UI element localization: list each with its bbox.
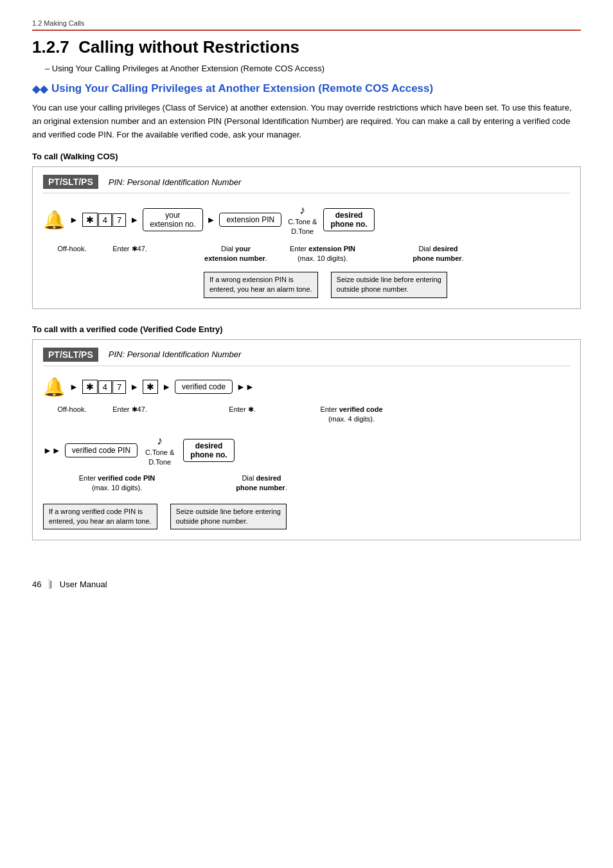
pin-label: PIN: Personal Identification Number — [109, 177, 242, 187]
footer-separator: | — [49, 579, 51, 589]
four-key-vc: 4 — [98, 380, 112, 394]
page-number: 46 — [32, 580, 41, 589]
ctone-label-wcos: C.Tone &D.Tone — [288, 217, 317, 236]
toc-item: – Using Your Calling Privileges at Anoth… — [45, 64, 581, 73]
walking-cos-label: To call (Walking COS) — [32, 152, 581, 161]
dbl-arrow-vc: ►► — [236, 382, 254, 392]
star-key-wcos: ✱ — [82, 213, 98, 227]
arrow3-wcos: ► — [207, 215, 216, 225]
verified-code-inner-vc: verified code — [175, 380, 233, 394]
breadcrumb: 1.2 Making Calls — [32, 19, 581, 31]
pin-label-vc: PIN: Personal Identification Number — [109, 350, 242, 359]
verified-code-box-vc: verified code — [175, 380, 233, 394]
arrow1-vc: ► — [69, 382, 78, 392]
your-ext-label-wcos: yourextension no. — [143, 208, 202, 231]
note1-vc: If a wrong verified code PIN is entered,… — [43, 504, 157, 530]
section-heading: 1.2.7 Calling without Restrictions — [32, 37, 581, 57]
phone-icon-wcos: 🔔 — [43, 209, 66, 231]
your-ext-box-wcos: yourextension no. — [143, 208, 202, 231]
enter-star47-label-wcos: Enter ✱47. — [101, 242, 159, 254]
verified-code-label: To call with a verified code (Verified C… — [32, 324, 581, 334]
arrow3-vc: ► — [162, 382, 171, 392]
desired-phone-label-wcos: desiredphone no. — [323, 208, 374, 231]
diagram-header: PT/SLT/PS PIN: Personal Identification N… — [43, 175, 570, 193]
diamond-icon: ◆◆ — [32, 83, 48, 95]
ext-pin-label-wcos: extension PIN — [219, 213, 281, 227]
star2-box-vc: ✱ — [143, 380, 158, 394]
vc-pin-box: verified code PIN — [65, 443, 138, 457]
arrow1-wcos: ► — [69, 215, 78, 225]
star47-keys-vc: ✱ 4 7 — [82, 380, 126, 394]
ctone-vc: ♪ C.Tone &D.Tone — [145, 434, 174, 466]
ctone-wcos: ♪ C.Tone &D.Tone — [288, 204, 317, 236]
off-hook-label-vc: Off-hook. — [43, 403, 101, 414]
dial-desired-label-wcos: Dial desiredphone number. — [396, 242, 480, 264]
star-key-vc: ✱ — [82, 380, 98, 394]
four-key-wcos: 4 — [98, 213, 112, 227]
desired-phone-label-vc: desiredphone no. — [183, 439, 234, 462]
enter-star47-label-vc: Enter ✱47. — [101, 403, 159, 414]
walking-cos-diagram: PT/SLT/PS PIN: Personal Identification N… — [32, 166, 581, 308]
desired-phone-vc: desiredphone no. — [183, 439, 234, 462]
enter-ext-pin-label-wcos: Enter extension PIN(max. 10 digits). — [274, 242, 371, 264]
dbl-arrow2-vc: ►► — [43, 445, 61, 456]
vc-pin-label: verified code PIN — [65, 443, 138, 457]
arrow2-wcos: ► — [130, 215, 139, 225]
verified-code-diagram: PT/SLT/PS PIN: Personal Identification N… — [32, 339, 581, 541]
enter-star-label-vc: Enter ✱. — [217, 403, 268, 414]
star2-key-vc: ✱ — [143, 380, 158, 394]
desired-phone-box-wcos: desiredphone no. — [323, 208, 374, 231]
arrow2-vc: ► — [130, 382, 139, 392]
seven-key-wcos: 7 — [112, 213, 126, 227]
subsection-title: ◆◆ Using Your Calling Privileges at Anot… — [32, 82, 581, 95]
seven-key-vc: 7 — [112, 380, 126, 394]
footer-label: User Manual — [60, 580, 107, 589]
note2-vc: Seize outside line before entering outsi… — [170, 504, 287, 530]
subsection-description: You can use your calling privileges (Cla… — [32, 102, 581, 141]
page-footer: 46 | User Manual — [32, 579, 581, 589]
star47-keys-wcos: ✱ 4 7 — [82, 213, 126, 227]
note2-wcos: Seize outside line before entering outsi… — [331, 272, 447, 298]
phone-icon-vc: 🔔 — [43, 376, 66, 398]
dial-your-ext-label-wcos: Dial yourextension number. — [197, 242, 274, 264]
enter-vc-pin-label: Enter verified code PIN(max. 10 digits). — [69, 472, 165, 493]
diagram-header-vc: PT/SLT/PS PIN: Personal Identification N… — [43, 348, 570, 366]
ctone-label-vc: C.Tone &D.Tone — [145, 448, 174, 466]
pt-label-vc: PT/SLT/PS — [43, 348, 98, 362]
pt-label: PT/SLT/PS — [43, 175, 98, 189]
enter-verified-label-vc: Enter verified code(max. 4 digits). — [300, 403, 403, 425]
note1-wcos: If a wrong extension PIN is entered, you… — [204, 272, 318, 298]
ext-pin-box-wcos: extension PIN — [219, 213, 281, 227]
off-hook-label-wcos: Off-hook. — [43, 242, 101, 254]
dial-desired-label-vc: Dial desiredphone number. — [217, 472, 306, 493]
